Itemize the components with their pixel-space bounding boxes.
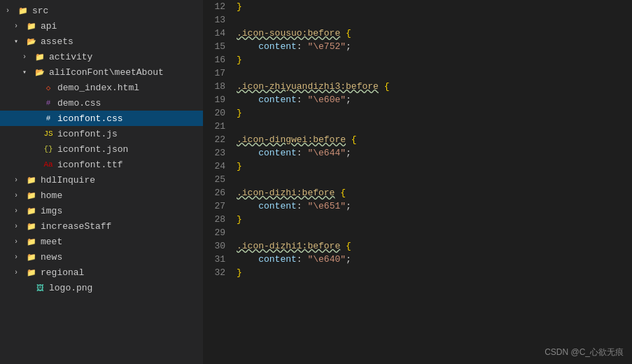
watermark: CSDN @C_心欲无痕 <box>545 346 624 358</box>
code-token: "\e60e" <box>307 94 346 105</box>
html-icon: ◇ <box>42 83 55 92</box>
folder-closed-icon: 📁 <box>25 176 38 185</box>
line-number: 32 <box>203 266 237 279</box>
code-line: 27 content: "\e651"; <box>203 200 632 213</box>
code-token: { <box>379 81 390 92</box>
sidebar-item-logo.png[interactable]: 🖼logo.png <box>0 280 203 295</box>
arrow-icon <box>14 37 25 46</box>
js-icon: JS <box>42 130 55 138</box>
file-explorer[interactable]: 📁src📁api📂assets📁activity📂aliIconFont\mee… <box>0 0 203 364</box>
sidebar-item-demo.css[interactable]: #demo.css <box>0 95 203 111</box>
code-token: "\e752" <box>307 41 346 52</box>
sidebar-item-iconfont.ttf[interactable]: Aaiconfont.ttf <box>0 157 203 172</box>
code-token: ; <box>346 148 351 158</box>
sidebar-item-label: activity <box>49 52 92 62</box>
code-token: .icon-dizhi:before <box>237 188 335 198</box>
code-line: 22.icon-dingwei:before { <box>203 133 632 146</box>
sidebar-item-label: iconfont.js <box>57 129 118 139</box>
folder-closed-icon: 📁 <box>34 52 46 62</box>
code-token: } <box>237 267 242 278</box>
sidebar-item-meet[interactable]: 📁meet <box>0 234 203 249</box>
line-content: } <box>237 106 632 120</box>
code-token: : <box>297 94 308 105</box>
code-line: 19 content: "\e60e"; <box>203 93 632 106</box>
code-token: .icon-sousuo:before <box>237 28 340 38</box>
code-token: } <box>237 55 242 65</box>
line-number: 20 <box>203 106 237 120</box>
line-content: } <box>237 0 632 13</box>
code-line: 12} <box>203 0 632 13</box>
code-line: 28} <box>203 213 632 226</box>
sidebar-item-api[interactable]: 📁api <box>0 18 203 34</box>
sidebar-item-label: api <box>41 21 57 31</box>
line-content <box>237 66 632 80</box>
sidebar-item-hdlInquire[interactable]: 📁hdlInquire <box>0 172 203 188</box>
arrow-icon <box>14 253 25 261</box>
sidebar-item-label: iconfont.json <box>57 144 128 155</box>
sidebar-item-iconfont.css[interactable]: #iconfont.css <box>0 111 203 126</box>
code-token: "\e651" <box>307 201 346 211</box>
sidebar-item-label: hdlInquire <box>41 175 95 186</box>
sidebar-item-aliIconFont-meetAbout[interactable]: 📂aliIconFont\meetAbout <box>0 64 203 80</box>
line-number: 19 <box>203 93 237 106</box>
sidebar-item-label: iconfont.css <box>57 113 123 124</box>
line-number: 13 <box>203 13 237 27</box>
line-content: } <box>237 266 632 279</box>
sidebar-item-news[interactable]: 📁news <box>0 249 203 265</box>
css-icon: # <box>42 99 55 107</box>
sidebar-item-increaseStaff[interactable]: 📁increaseStaff <box>0 218 203 234</box>
code-token: : <box>297 148 308 158</box>
code-line: 26.icon-dizhi:before { <box>203 186 632 200</box>
line-content <box>237 226 632 239</box>
code-token: "\e644" <box>307 148 346 158</box>
line-number: 12 <box>203 0 237 13</box>
line-content: } <box>237 53 632 66</box>
sidebar-item-imgs[interactable]: 📁imgs <box>0 203 203 218</box>
line-number: 17 <box>203 66 237 80</box>
line-content: content: "\e644"; <box>237 146 632 160</box>
line-content <box>237 13 632 27</box>
arrow-icon <box>14 269 25 276</box>
code-line: 30.icon-dizhi1:before { <box>203 239 632 253</box>
code-token: } <box>237 161 242 172</box>
code-token: "\e640" <box>307 254 346 265</box>
code-token: } <box>237 214 242 225</box>
folder-closed-icon: 📁 <box>25 191 38 200</box>
code-token: : <box>297 201 308 211</box>
line-content: .icon-dizhi:before { <box>237 186 632 200</box>
code-token: .icon-dingwei:before <box>237 134 346 145</box>
arrow-icon <box>22 68 34 76</box>
line-number: 27 <box>203 200 237 213</box>
sidebar-item-label: meet <box>41 237 62 247</box>
code-token: .icon-dizhi1:before <box>237 241 340 251</box>
code-line: 16} <box>203 53 632 66</box>
code-token: content <box>237 201 297 211</box>
sidebar-item-label: news <box>41 252 62 262</box>
code-token: ; <box>346 41 351 52</box>
css-active-icon: # <box>42 114 55 122</box>
code-line: 29 <box>203 226 632 239</box>
sidebar-item-demo_index.html[interactable]: ◇demo_index.html <box>0 80 203 95</box>
line-number: 15 <box>203 40 237 53</box>
sidebar-item-label: logo.png <box>49 283 92 293</box>
folder-closed-icon: 📁 <box>25 253 38 262</box>
sidebar-item-iconfont.js[interactable]: JSiconfont.js <box>0 126 203 141</box>
arrow-icon <box>14 22 25 30</box>
code-token: ; <box>346 94 351 105</box>
code-token: { <box>340 241 351 251</box>
png-icon: 🖼 <box>34 284 46 293</box>
line-number: 31 <box>203 253 237 266</box>
folder-closed-icon: 📁 <box>25 237 38 246</box>
sidebar-item-iconfont.json[interactable]: {}iconfont.json <box>0 141 203 157</box>
sidebar-item-assets[interactable]: 📂assets <box>0 34 203 49</box>
sidebar-item-activity[interactable]: 📁activity <box>0 49 203 64</box>
arrow-icon <box>14 192 25 200</box>
sidebar-item-home[interactable]: 📁home <box>0 188 203 203</box>
arrow-icon <box>14 207 25 215</box>
sidebar-item-src[interactable]: 📁src <box>0 3 203 18</box>
sidebar-item-regional[interactable]: 📁regional <box>0 265 203 280</box>
folder-closed-icon: 📁 <box>25 268 38 277</box>
line-content <box>237 120 632 133</box>
code-line: 17 <box>203 66 632 80</box>
folder-open-icon: 📂 <box>25 37 38 46</box>
